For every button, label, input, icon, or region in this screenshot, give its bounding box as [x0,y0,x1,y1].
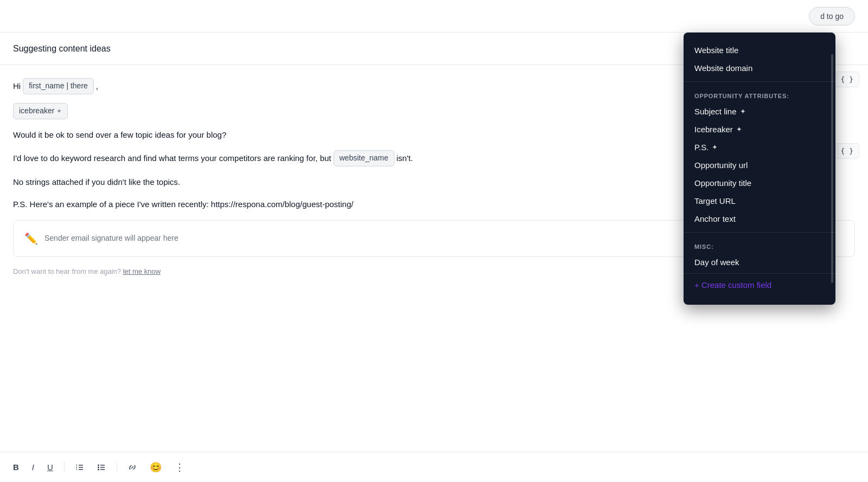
dropdown-item-icebreaker[interactable]: Icebreaker ✦ [684,120,835,138]
icebreaker-sparkle-icon2: ✦ [736,125,742,133]
dropdown-item-website-title[interactable]: Website title [684,41,835,59]
svg-point-9 [98,464,99,466]
unsubscribe-text: Don't want to hear from me again? [13,267,121,275]
link-icon [128,463,137,472]
svg-point-11 [98,468,99,470]
icebreaker-tag[interactable]: icebreaker ✦ [13,103,68,119]
ordered-list-icon: 1 2 3 [75,463,84,472]
signature-edit-icon: ✏️ [24,229,38,248]
paragraph3-text: No strings attached if you didn't like t… [13,175,180,189]
misc-section-label: MISC: [684,237,835,253]
dropdown-item-ps[interactable]: P.S. ✦ [684,138,835,156]
svg-point-10 [98,466,99,468]
paragraph2-before: I'd love to do keyword research and find… [13,151,331,165]
link-button[interactable] [124,460,141,475]
bold-button[interactable]: B [9,459,23,475]
dropdown-item-website-domain[interactable]: Website domain [684,59,835,77]
dropdown-item-opportunity-title[interactable]: Opportunity title [684,174,835,192]
dropdown-scrollbar[interactable] [831,54,833,283]
ready-button[interactable]: d to go [809,7,855,25]
create-custom-field-button[interactable]: + Create custom field [684,273,835,296]
ps-sparkle-icon: ✦ [712,143,718,151]
greeting-punctuation: , [96,79,98,93]
dropdown-item-anchor-text[interactable]: Anchor text [684,210,835,228]
paragraph4-text: P.S. Here's an example of a piece I've w… [13,197,353,211]
toolbar-divider-2 [117,462,117,473]
subject-sparkle-icon: ✦ [740,107,746,115]
variables-button-mid[interactable]: { } [835,143,859,159]
signature-placeholder: Sender email signature will appear here [44,232,178,245]
dropdown-item-target-url[interactable]: Target URL [684,192,835,210]
dropdown-item-day-of-week[interactable]: Day of week [684,253,835,271]
dropdown-divider-2 [684,232,835,233]
first-name-tag[interactable]: first_name | there [23,78,94,94]
top-bar: d to go [0,0,868,33]
opportunity-section-label: OPPORTUNITY ATTRIBUTES: [684,86,835,102]
toolbar: B I U 1 2 3 [0,452,868,482]
unordered-list-button[interactable] [93,460,110,475]
paragraph1-text: Would it be ok to send over a few topic … [13,128,226,142]
toolbar-divider-1 [64,462,65,473]
dropdown-divider-1 [684,81,835,82]
italic-button[interactable]: I [28,459,39,475]
dropdown-item-subject-line[interactable]: Subject line ✦ [684,102,835,120]
website-name-tag[interactable]: website_name [334,150,394,166]
unsubscribe-link[interactable]: let me know [123,267,161,275]
svg-text:3: 3 [76,468,78,471]
dropdown-item-opportunity-url[interactable]: Opportunity url [684,156,835,174]
paragraph2-after: isn't. [397,151,413,165]
icebreaker-sparkle-icon: ✦ [56,106,62,117]
underline-button[interactable]: U [43,459,58,475]
unordered-list-icon [97,463,106,472]
variables-button-top[interactable]: { } [835,72,859,87]
variables-dropdown: Website title Website domain OPPORTUNITY… [684,33,835,305]
more-button[interactable]: ⋮ [170,458,189,477]
greeting-text: Hi [13,79,21,93]
ordered-list-button[interactable]: 1 2 3 [71,460,88,475]
emoji-button[interactable]: 😊 [145,458,166,477]
subject-label: Suggesting content ideas [13,44,111,54]
main-container: d to go Suggesting content ideas Hi firs… [0,0,868,482]
